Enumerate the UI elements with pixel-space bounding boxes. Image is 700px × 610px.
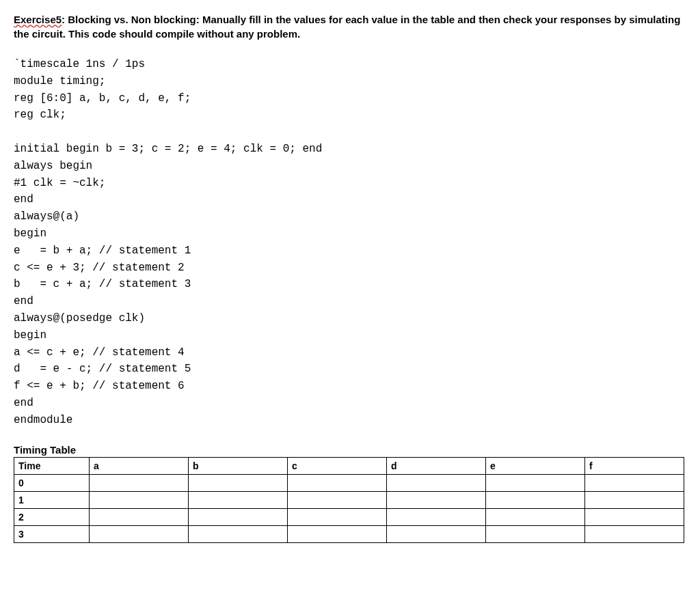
value-cell-b[interactable] [189,474,288,491]
value-cell-f[interactable] [585,508,684,525]
time-cell: 2 [14,508,90,525]
col-d: d [387,457,486,474]
verilog-code-block: `timescale 1ns / 1ps module timing; reg … [14,56,686,429]
exercise-heading: Exercise5: Blocking vs. Non blocking: Ma… [14,12,686,41]
timing-table: Time a b c d e f 0123 [14,457,684,543]
value-cell-f[interactable] [585,525,684,542]
col-f: f [585,457,684,474]
col-time: Time [14,457,90,474]
heading-rest: Blocking vs. Non blocking: Manually fill… [14,14,680,40]
col-b: b [189,457,288,474]
time-cell: 3 [14,525,90,542]
col-c: c [288,457,387,474]
value-cell-c[interactable] [288,525,387,542]
table-header-row: Time a b c d e f [14,457,684,474]
value-cell-d[interactable] [387,508,486,525]
timing-table-title: Timing Table [14,444,686,456]
heading-colon: : [62,14,68,25]
value-cell-b[interactable] [189,491,288,508]
value-cell-e[interactable] [486,491,585,508]
col-e: e [486,457,585,474]
value-cell-c[interactable] [288,474,387,491]
value-cell-f[interactable] [585,474,684,491]
value-cell-e[interactable] [486,508,585,525]
value-cell-d[interactable] [387,525,486,542]
value-cell-f[interactable] [585,491,684,508]
value-cell-a[interactable] [90,491,189,508]
time-cell: 1 [14,491,90,508]
value-cell-e[interactable] [486,525,585,542]
value-cell-b[interactable] [189,508,288,525]
value-cell-a[interactable] [90,508,189,525]
value-cell-b[interactable] [189,525,288,542]
col-a: a [90,457,189,474]
value-cell-d[interactable] [387,474,486,491]
exercise-label: Exercise5 [14,14,62,25]
value-cell-a[interactable] [90,525,189,542]
value-cell-c[interactable] [288,508,387,525]
value-cell-a[interactable] [90,474,189,491]
table-row: 0 [14,474,684,491]
time-cell: 0 [14,474,90,491]
table-row: 3 [14,525,684,542]
table-row: 1 [14,491,684,508]
value-cell-d[interactable] [387,491,486,508]
value-cell-c[interactable] [288,491,387,508]
value-cell-e[interactable] [486,474,585,491]
table-row: 2 [14,508,684,525]
